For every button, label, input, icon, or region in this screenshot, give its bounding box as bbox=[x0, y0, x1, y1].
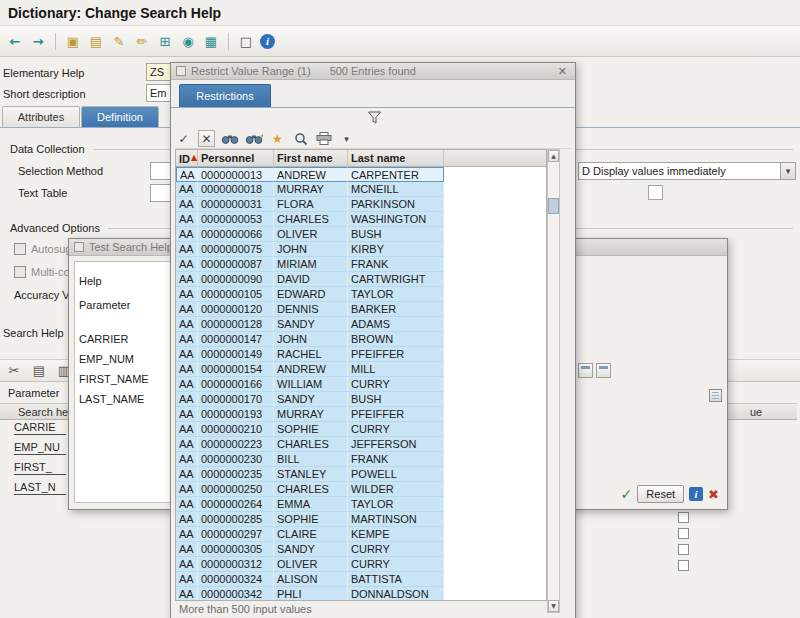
cell-id[interactable]: AA bbox=[176, 347, 198, 362]
search-options-icon[interactable] bbox=[292, 130, 309, 147]
cell-personnel[interactable]: 0000000285 bbox=[198, 512, 274, 527]
hitlist-row[interactable]: AA 0000000297 CLAIRE KEMPE bbox=[176, 527, 546, 542]
cell-personnel[interactable]: 0000000154 bbox=[198, 362, 274, 377]
text-table-small-field[interactable] bbox=[648, 185, 663, 200]
cell-id[interactable]: AA bbox=[176, 392, 198, 407]
mod-checkbox[interactable] bbox=[678, 512, 689, 523]
cell-last-name[interactable]: TAYLOR bbox=[348, 497, 444, 512]
toolbar-more-icon[interactable]: ▾ bbox=[338, 130, 355, 147]
tab-attributes[interactable]: Attributes bbox=[2, 106, 80, 127]
cell-first-name[interactable]: ANDREW bbox=[274, 362, 348, 377]
hitlist-row[interactable]: AA 0000000264 EMMA TAYLOR bbox=[176, 497, 546, 512]
back-icon[interactable]: ← bbox=[6, 32, 24, 50]
table-settings-icon[interactable] bbox=[709, 389, 722, 402]
info-icon[interactable]: i bbox=[260, 34, 275, 49]
cell-personnel[interactable]: 0000000018 bbox=[198, 182, 274, 197]
cell-personnel[interactable]: 0000000105 bbox=[198, 287, 274, 302]
tab-definition[interactable]: Definition bbox=[81, 106, 159, 127]
hitlist-row[interactable]: AA 0000000210 SOPHIE CURRY bbox=[176, 422, 546, 437]
cell-last-name[interactable]: KIRBY bbox=[348, 242, 444, 257]
cell-last-name[interactable]: MARTINSON bbox=[348, 512, 444, 527]
find-next-icon[interactable]: + bbox=[245, 130, 263, 147]
cell-personnel[interactable]: 0000000297 bbox=[198, 527, 274, 542]
cell-id[interactable]: AA bbox=[176, 182, 198, 197]
hitlist-row[interactable]: AA 0000000166 WILLIAM CURRY bbox=[176, 377, 546, 392]
mod-checkbox[interactable] bbox=[678, 528, 689, 539]
cell-personnel[interactable]: 0000000087 bbox=[198, 257, 274, 272]
cell-personnel[interactable]: 0000000031 bbox=[198, 197, 274, 212]
col-first-name[interactable]: First name bbox=[274, 150, 348, 166]
cell-last-name[interactable]: PFEIFFER bbox=[348, 347, 444, 362]
cell-personnel[interactable]: 0000000013 bbox=[198, 167, 274, 182]
transport-icon[interactable]: ⊞ bbox=[156, 32, 174, 50]
autosuggest-checkbox[interactable] bbox=[14, 243, 26, 255]
hitlist-row[interactable]: AA 0000000324 ALISON BATTISTA bbox=[176, 572, 546, 587]
cell-first-name[interactable]: CHARLES bbox=[274, 212, 348, 227]
cell-first-name[interactable]: EMMA bbox=[274, 497, 348, 512]
hitlist-row[interactable]: AA 0000000105 EDWARD TAYLOR bbox=[176, 287, 546, 302]
edit-icon[interactable]: ✏ bbox=[133, 32, 151, 50]
cell-id[interactable]: AA bbox=[176, 572, 198, 587]
cell-first-name[interactable]: ALISON bbox=[274, 572, 348, 587]
hitlist-row[interactable]: AA 0000000066 OLIVER BUSH bbox=[176, 227, 546, 242]
hitlist-row[interactable]: AA 0000000149 RACHEL PFEIFFER bbox=[176, 347, 546, 362]
object-list-icon[interactable]: ▦ bbox=[202, 32, 220, 50]
mod-checkbox[interactable] bbox=[678, 544, 689, 555]
cell-id[interactable]: AA bbox=[176, 467, 198, 482]
cell-first-name[interactable]: DAVID bbox=[274, 272, 348, 287]
cell-first-name[interactable]: CHARLES bbox=[274, 482, 348, 497]
find-icon[interactable] bbox=[221, 130, 239, 147]
cell-id[interactable]: AA bbox=[176, 482, 198, 497]
cell-personnel[interactable]: 0000000053 bbox=[198, 212, 274, 227]
hitlist-row[interactable]: AA 0000000031 FLORA PARKINSON bbox=[176, 197, 546, 212]
cell-personnel[interactable]: 0000000170 bbox=[198, 392, 274, 407]
param-link[interactable]: LAST_N bbox=[14, 481, 66, 495]
cell-id[interactable]: AA bbox=[176, 317, 198, 332]
cell-personnel[interactable]: 0000000312 bbox=[198, 557, 274, 572]
cell-personnel[interactable]: 0000000305 bbox=[198, 542, 274, 557]
cell-id[interactable]: AA bbox=[176, 167, 198, 182]
cell-last-name[interactable]: CURRY bbox=[348, 377, 444, 392]
accept-icon[interactable]: ✓ bbox=[175, 130, 192, 147]
cell-last-name[interactable]: CARTWRIGHT bbox=[348, 272, 444, 287]
cell-last-name[interactable]: CURRY bbox=[348, 422, 444, 437]
cell-personnel[interactable]: 0000000147 bbox=[198, 332, 274, 347]
cell-id[interactable]: AA bbox=[176, 212, 198, 227]
cell-id[interactable]: AA bbox=[176, 407, 198, 422]
cell-personnel[interactable]: 0000000210 bbox=[198, 422, 274, 437]
multi-column-checkbox[interactable] bbox=[14, 266, 26, 278]
hitlist-row[interactable]: AA 0000000053 CHARLES WASHINGTON bbox=[176, 212, 546, 227]
mod-checkbox[interactable] bbox=[678, 560, 689, 571]
chevron-down-icon[interactable]: ▾ bbox=[780, 163, 795, 179]
cell-id[interactable]: AA bbox=[176, 332, 198, 347]
cell-id[interactable]: AA bbox=[176, 362, 198, 377]
documentation-icon[interactable]: ✎ bbox=[110, 32, 128, 50]
scroll-up-icon[interactable]: ▲ bbox=[548, 150, 559, 162]
tab-restrictions[interactable]: Restrictions bbox=[179, 84, 271, 107]
cell-personnel[interactable]: 0000000342 bbox=[198, 587, 274, 601]
cell-personnel[interactable]: 0000000075 bbox=[198, 242, 274, 257]
cell-last-name[interactable]: POWELL bbox=[348, 467, 444, 482]
hitlist-row[interactable]: AA 0000000312 OLIVER CURRY bbox=[176, 557, 546, 572]
cell-first-name[interactable]: MURRAY bbox=[274, 182, 348, 197]
cell-id[interactable]: AA bbox=[176, 527, 198, 542]
cell-last-name[interactable]: WASHINGTON bbox=[348, 212, 444, 227]
cell-last-name[interactable]: CURRY bbox=[348, 557, 444, 572]
cell-last-name[interactable]: TAYLOR bbox=[348, 287, 444, 302]
hitlist-row[interactable]: AA 0000000170 SANDY BUSH bbox=[176, 392, 546, 407]
new-window-icon[interactable]: □ bbox=[237, 32, 255, 50]
cell-personnel[interactable]: 0000000166 bbox=[198, 377, 274, 392]
cell-first-name[interactable]: FLORA bbox=[274, 197, 348, 212]
cell-last-name[interactable]: WILDER bbox=[348, 482, 444, 497]
cell-id[interactable]: AA bbox=[176, 437, 198, 452]
cell-last-name[interactable]: FRANK bbox=[348, 452, 444, 467]
col-last-name[interactable]: Last name bbox=[348, 150, 444, 166]
cell-personnel[interactable]: 0000000120 bbox=[198, 302, 274, 317]
cell-last-name[interactable]: BARKER bbox=[348, 302, 444, 317]
col-id[interactable]: ID▲ bbox=[176, 150, 198, 166]
cell-first-name[interactable]: EDWARD bbox=[274, 287, 348, 302]
hitlist-row[interactable]: AA 0000000235 STANLEY POWELL bbox=[176, 467, 546, 482]
cell-first-name[interactable]: STANLEY bbox=[274, 467, 348, 482]
cell-id[interactable]: AA bbox=[176, 257, 198, 272]
cell-last-name[interactable]: MCNEILL bbox=[348, 182, 444, 197]
